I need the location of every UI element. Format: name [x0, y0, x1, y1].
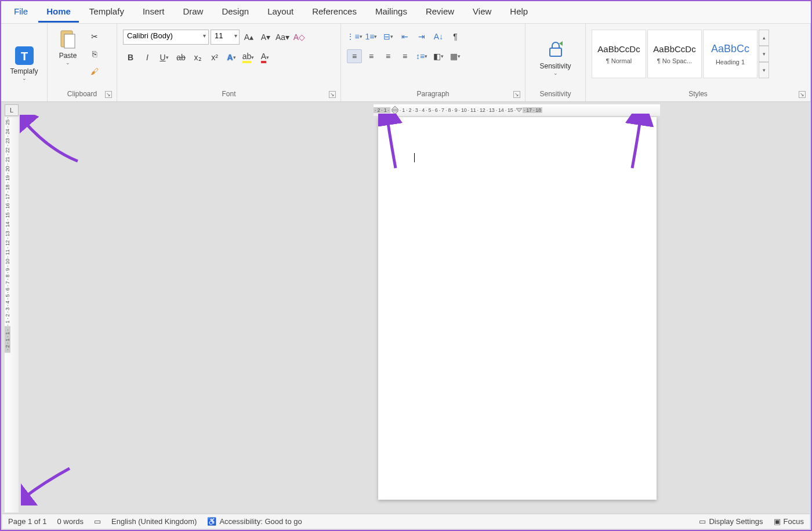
pilcrow-icon: ¶: [453, 32, 458, 41]
document-area: L · 2 · 1 · · 1 · 2 · 3 · 4 · 5 · 6 · 7 …: [2, 103, 810, 512]
increase-indent-button[interactable]: ⇥: [414, 30, 429, 43]
paste-label: Paste: [59, 52, 77, 60]
focus-icon: ▣: [774, 517, 781, 526]
style-more-button[interactable]: ▾: [759, 62, 769, 78]
tab-insert[interactable]: Insert: [135, 2, 173, 23]
tab-file[interactable]: File: [6, 2, 36, 23]
templafy-label: Templafy: [10, 67, 38, 75]
highlight-button[interactable]: ab▾: [241, 50, 256, 64]
bold-button[interactable]: B: [123, 50, 138, 64]
document-page[interactable]: [378, 117, 657, 500]
shading-button[interactable]: ◧▾: [431, 49, 446, 63]
status-display-settings[interactable]: ▭Display Settings: [699, 517, 763, 526]
paste-button[interactable]: Paste ⌄: [51, 26, 85, 68]
status-page[interactable]: Page 1 of 1: [8, 517, 47, 526]
change-case-button[interactable]: Aa▾: [275, 30, 290, 44]
tab-view[interactable]: View: [465, 2, 499, 23]
tab-layout[interactable]: Layout: [259, 2, 302, 23]
tab-review[interactable]: Review: [418, 2, 462, 23]
style-preview: AaBbCc: [711, 43, 749, 55]
tab-templafy[interactable]: Templafy: [81, 2, 132, 23]
dialog-launcher-icon[interactable]: ↘: [329, 91, 336, 98]
format-painter-button[interactable]: 🖌: [87, 64, 102, 78]
clear-format-button[interactable]: A◇: [292, 30, 307, 44]
styles-gallery[interactable]: AaBbCcDc ¶ Normal AaBbCcDc ¶ No Spac... …: [592, 30, 804, 78]
status-spellcheck[interactable]: ▭: [94, 517, 101, 526]
vertical-ruler[interactable]: · 2 · 1 · 1 · · 1 · 2 · 3 · 4 · 5 · 6 · …: [5, 117, 19, 512]
font-color-button[interactable]: A▾: [258, 50, 273, 64]
book-icon: ▭: [94, 517, 101, 526]
font-size-select[interactable]: 11: [211, 30, 240, 45]
style-heading1[interactable]: AaBbCc Heading 1: [703, 30, 757, 78]
style-down-button[interactable]: ▾: [759, 46, 769, 62]
tab-help[interactable]: Help: [502, 2, 536, 23]
justify-icon: ≡: [403, 52, 407, 61]
font-color-icon: A: [261, 52, 266, 63]
text-effects-button[interactable]: A▾: [224, 50, 239, 64]
chevron-down-icon: ⌄: [22, 75, 27, 81]
svg-marker-7: [516, 108, 522, 112]
shrink-font-button[interactable]: A▾: [258, 30, 273, 44]
svg-text:T: T: [20, 50, 27, 63]
status-accessibility[interactable]: ♿Accessibility: Good to go: [207, 517, 302, 526]
svg-marker-6: [392, 111, 398, 114]
templafy-button[interactable]: T Templafy ⌄: [5, 42, 42, 83]
dialog-launcher-icon[interactable]: ↘: [105, 91, 112, 98]
dialog-launcher-icon[interactable]: ↘: [799, 91, 806, 98]
paintbrush-icon: 🖌: [90, 67, 99, 76]
grow-font-button[interactable]: A▴: [241, 30, 256, 44]
tab-references[interactable]: References: [304, 2, 365, 23]
align-right-button[interactable]: ≡: [380, 49, 396, 63]
tab-home[interactable]: Home: [38, 2, 79, 23]
line-spacing-button[interactable]: ↕≡▾: [414, 49, 429, 63]
sensitivity-button[interactable]: Sensitivity ⌄: [535, 37, 575, 78]
align-left-button[interactable]: ≡: [347, 49, 362, 63]
tab-mailings[interactable]: Mailings: [367, 2, 415, 23]
strike-button[interactable]: ab: [173, 50, 188, 64]
svg-rect-4: [550, 48, 561, 56]
superscript-button[interactable]: x²: [207, 50, 222, 64]
grow-font-icon: A▴: [244, 32, 253, 42]
group-font: Calibri (Body) 11 A▴ A▾ Aa▾ A◇ B I U▾ ab…: [117, 24, 341, 101]
font-name-select[interactable]: Calibri (Body): [123, 30, 209, 45]
style-up-button[interactable]: ▴: [759, 30, 769, 46]
justify-button[interactable]: ≡: [397, 49, 412, 63]
status-words[interactable]: 0 words: [57, 517, 84, 526]
sort-icon: A↓: [434, 32, 443, 41]
bullets-button[interactable]: ⋮≡▾: [347, 30, 362, 43]
subscript-icon: x₂: [194, 53, 202, 62]
cut-button[interactable]: ✂: [87, 30, 102, 43]
align-center-button[interactable]: ≡: [364, 49, 379, 63]
borders-icon: ▦: [450, 52, 458, 61]
sort-button[interactable]: A↓: [431, 30, 446, 43]
group-styles: AaBbCcDc ¶ Normal AaBbCcDc ¶ No Spac... …: [586, 24, 811, 101]
group-paragraph: ⋮≡▾ 1≡▾ ⊟▾ ⇤ ⇥ A↓ ¶ ≡ ≡ ≡ ≡ ↕≡▾ ◧▾ ▦▾ Pa…: [341, 24, 525, 101]
style-no-spacing[interactable]: AaBbCcDc ¶ No Spac...: [647, 30, 702, 78]
tab-draw[interactable]: Draw: [175, 2, 211, 23]
style-name: Heading 1: [706, 59, 755, 66]
horizontal-ruler[interactable]: · 2 · 1 · · 1 · 2 · 3 · 4 · 5 · 6 · 7 · …: [374, 104, 660, 116]
numbering-button[interactable]: 1≡▾: [364, 30, 379, 43]
dialog-launcher-icon[interactable]: ↘: [513, 91, 520, 98]
italic-button[interactable]: I: [140, 50, 155, 64]
style-name: ¶ Normal: [594, 57, 643, 64]
ribbon: T Templafy ⌄ Paste ⌄ ✂ ⎘ 🖌 Clipboard↘: [1, 23, 811, 102]
style-scroll: ▴ ▾ ▾: [759, 30, 769, 78]
copy-icon: ⎘: [92, 49, 97, 59]
multilevel-button[interactable]: ⊟▾: [380, 30, 396, 43]
copy-button[interactable]: ⎘: [87, 47, 102, 61]
borders-button[interactable]: ▦▾: [448, 49, 463, 63]
underline-button[interactable]: U▾: [157, 50, 172, 64]
tab-stop-selector[interactable]: L: [5, 104, 19, 116]
subscript-button[interactable]: x₂: [190, 50, 205, 64]
show-marks-button[interactable]: ¶: [448, 30, 463, 43]
numbering-icon: 1≡: [365, 32, 375, 41]
decrease-indent-button[interactable]: ⇤: [397, 30, 412, 43]
superscript-icon: x²: [211, 53, 218, 62]
status-focus[interactable]: ▣Focus: [774, 517, 804, 526]
tab-design[interactable]: Design: [213, 2, 257, 23]
status-language[interactable]: English (United Kingdom): [111, 517, 197, 526]
align-center-icon: ≡: [369, 52, 374, 61]
chevron-down-icon: ⌄: [553, 70, 558, 76]
style-normal[interactable]: AaBbCcDc ¶ Normal: [592, 30, 646, 78]
